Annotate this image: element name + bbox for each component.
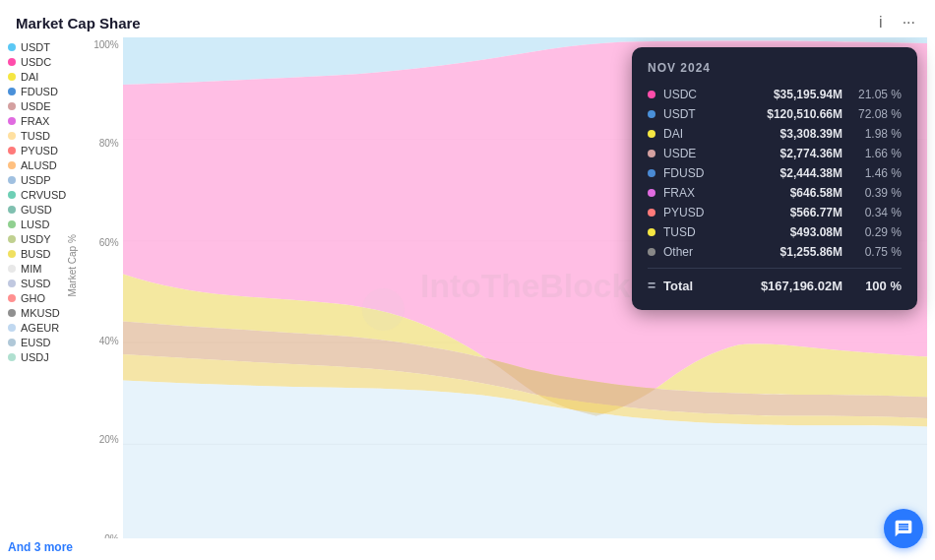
legend-dot <box>8 220 16 228</box>
legend-dot <box>8 191 16 199</box>
info-button[interactable]: i <box>875 12 887 33</box>
legend-label: MIM <box>21 263 41 275</box>
legend-label: USDE <box>21 100 51 112</box>
chart-body: USDTUSDCDAIFDUSDUSDEFRAXTUSDPYUSDALUSDUS… <box>0 37 935 538</box>
legend-dot <box>8 102 16 110</box>
tooltip-pct: 0.29 % <box>850 225 902 239</box>
legend-label: TUSD <box>21 130 50 142</box>
legend-item-fdusd: FDUSD <box>8 86 85 97</box>
watermark-text: IntoTheBlock <box>420 268 630 304</box>
legend-dot <box>8 206 16 214</box>
tooltip-dot <box>648 248 655 256</box>
chart-container: Market Cap Share i ··· USDTUSDCDAIFDUSDU… <box>0 0 935 560</box>
legend-dot <box>8 43 16 51</box>
tooltip-dot <box>648 150 655 157</box>
legend-item-tusd: TUSD <box>8 130 85 142</box>
tooltip-name: USDC <box>663 88 731 101</box>
tooltip-pct: 0.39 % <box>850 186 902 200</box>
legend-item-mkusd: MKUSD <box>8 307 85 319</box>
y-label-100: 100% <box>94 39 119 50</box>
legend-label: SUSD <box>21 278 51 289</box>
y-label-80: 80% <box>99 138 119 149</box>
tooltip-value: $1,255.86M <box>739 245 842 259</box>
legend-item-eusd: EUSD <box>8 337 85 348</box>
tooltip-value: $35,195.94M <box>739 88 842 101</box>
legend-dot <box>8 280 16 287</box>
legend-label: AGEUR <box>21 322 59 334</box>
tooltip-equal: = <box>648 278 655 293</box>
legend-label: EUSD <box>21 337 51 348</box>
tooltip-dot <box>648 209 655 217</box>
legend-dot <box>8 265 16 273</box>
tooltip-pct: 1.46 % <box>850 166 902 180</box>
tooltip-row: USDE $2,774.36M 1.66 % <box>648 144 902 163</box>
legend-label: DAI <box>21 71 38 83</box>
legend-label: BUSD <box>21 248 51 260</box>
legend-dot <box>8 176 16 184</box>
tooltip-value: $493.08M <box>739 225 842 239</box>
legend-dot <box>8 132 16 140</box>
legend-item-usdj: USDJ <box>8 351 85 363</box>
tooltip-row: Other $1,255.86M 0.75 % <box>648 242 902 262</box>
legend-label: USDC <box>21 56 51 68</box>
legend-label: GUSD <box>21 204 52 216</box>
tooltip-name: Other <box>663 245 731 259</box>
legend-label: FDUSD <box>21 86 58 97</box>
legend-dot <box>8 147 16 155</box>
legend-item-gusd: GUSD <box>8 204 85 216</box>
chart-title: Market Cap Share <box>16 15 141 31</box>
legend-item-lusd: LUSD <box>8 218 85 230</box>
legend-item-usdt: USDT <box>8 41 85 53</box>
menu-button[interactable]: ··· <box>899 12 919 33</box>
legend-item-alusd: ALUSD <box>8 159 85 171</box>
tooltip-name: USDT <box>663 107 731 121</box>
tooltip-name: DAI <box>663 127 731 141</box>
legend-dot <box>8 161 16 169</box>
tooltip-row: USDC $35,195.94M 21.05 % <box>648 85 902 104</box>
legend-label: GHO <box>21 292 45 304</box>
tooltip-value: $3,308.39M <box>739 127 842 141</box>
tooltip-pct: 1.66 % <box>850 147 902 160</box>
chat-bubble[interactable] <box>884 509 923 548</box>
and-more-link[interactable]: And 3 more <box>0 538 935 560</box>
legend-dot <box>8 117 16 125</box>
legend-item-usdp: USDP <box>8 174 85 186</box>
tooltip-row: FDUSD $2,444.38M 1.46 % <box>648 163 902 183</box>
legend-item-dai: DAI <box>8 71 85 83</box>
legend-dot <box>8 235 16 243</box>
legend-item-usdc: USDC <box>8 56 85 68</box>
legend-dot <box>8 88 16 95</box>
legend-item-crvusd: CRVUSD <box>8 189 85 201</box>
legend-label: ALUSD <box>21 159 57 171</box>
y-label-40: 40% <box>99 336 119 346</box>
legend-dot <box>8 353 16 361</box>
y-label-60: 60% <box>99 237 119 248</box>
tooltip-pct: 72.08 % <box>850 107 902 121</box>
header-icons: i ··· <box>875 12 919 33</box>
tooltip-name: USDE <box>663 147 731 160</box>
legend-label: USDY <box>21 233 51 245</box>
tooltip-dot <box>648 91 655 98</box>
tooltip-row: TUSD $493.08M 0.29 % <box>648 222 902 242</box>
tooltip-dot <box>648 169 655 177</box>
legend-dot <box>8 58 16 66</box>
tooltip-row: FRAX $646.58M 0.39 % <box>648 183 902 203</box>
legend-dot <box>8 324 16 332</box>
legend-item-usde: USDE <box>8 100 85 112</box>
tooltip-pct: 0.34 % <box>850 206 902 219</box>
tooltip-dot <box>648 189 655 197</box>
y-axis-label: Market Cap % <box>67 235 78 297</box>
tooltip-pct: 0.75 % <box>850 245 902 259</box>
chart-svg: IntoTheBlock NOV 2024 USDC $35,195.94M 2… <box>123 37 927 538</box>
tooltip-total-row: = Total $167,196.02M 100 % <box>648 275 902 296</box>
tooltip-total-value: $167,196.02M <box>739 279 842 293</box>
legend-label: CRVUSD <box>21 189 66 201</box>
tooltip-dot <box>648 228 655 236</box>
tooltip-row: USDT $120,510.66M 72.08 % <box>648 104 902 124</box>
tooltip-pct: 21.05 % <box>850 88 902 101</box>
legend-label: FRAX <box>21 115 49 127</box>
y-label-0: 0% <box>104 533 118 538</box>
legend-item-frax: FRAX <box>8 115 85 127</box>
tooltip-row: PYUSD $566.77M 0.34 % <box>648 203 902 222</box>
svg-point-6 <box>361 288 404 331</box>
